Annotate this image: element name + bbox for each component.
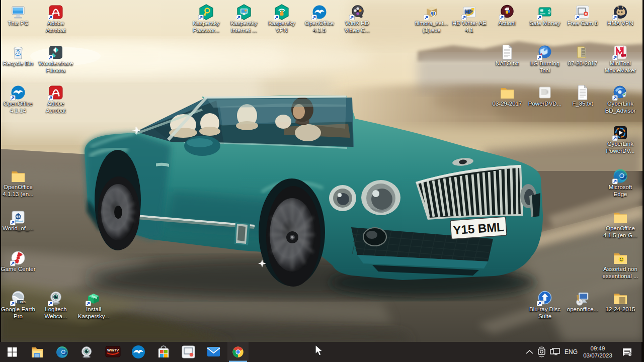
svg-text:WinTV: WinTV xyxy=(107,348,119,352)
svg-text:03/07/2023: 03/07/2023 xyxy=(583,352,612,358)
svg-text:PRO: PRO xyxy=(20,301,26,304)
svg-text:ENG: ENG xyxy=(565,348,578,355)
svg-text:09:49: 09:49 xyxy=(591,345,605,351)
